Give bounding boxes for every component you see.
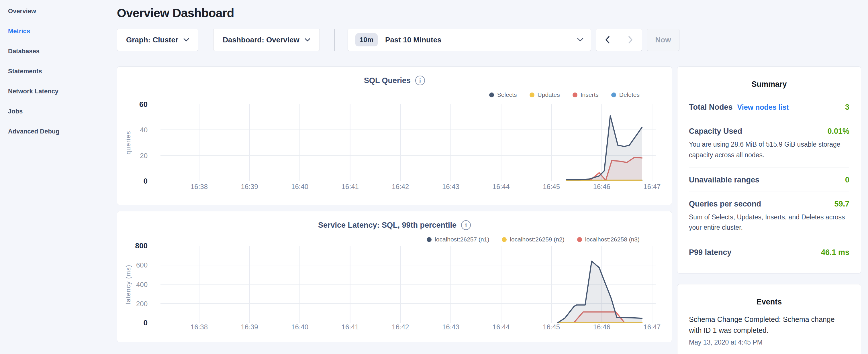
chart-title-row: SQL Queries i [117, 75, 672, 86]
y-axis-title: queries [125, 131, 132, 155]
summary-label: P99 latency [689, 248, 732, 257]
chevron-down-icon [305, 38, 310, 42]
sidebar-item-jobs[interactable]: Jobs [8, 101, 117, 122]
chevron-right-icon [628, 36, 633, 44]
chart-title: SQL Queries [364, 76, 411, 85]
x-tick-label: 16:45 [543, 183, 560, 190]
sidebar-item-statements[interactable]: Statements [8, 61, 117, 81]
y-tick-label: 200 [136, 300, 148, 308]
summary-value: 59.7 [834, 200, 849, 208]
legend-label: localhost:26258 (n3) [585, 236, 640, 243]
x-tick-label: 16:47 [643, 323, 660, 331]
y-tick-label: 40 [140, 126, 148, 134]
divider [334, 29, 335, 51]
x-tick-label: 16:45 [543, 323, 560, 331]
chart-title: Service Latency: SQL, 99th percentile [318, 221, 457, 230]
x-tick-label: 16:46 [593, 183, 610, 190]
legend-item[interactable]: Inserts [572, 91, 599, 98]
sidebar-nav: OverviewMetricsDatabasesStatementsNetwor… [8, 1, 117, 141]
page-title: Overview Dashboard [117, 6, 861, 20]
x-tick-label: 16:41 [342, 183, 359, 190]
legend-label: Updates [537, 91, 560, 98]
y-tick-label: 20 [140, 152, 148, 160]
event-item[interactable]: Schema Change Completed: Schema change w… [689, 314, 849, 346]
events-list: Schema Change Completed: Schema change w… [689, 314, 849, 346]
summary-label: Capacity Used [689, 127, 742, 136]
dashboard-dropdown[interactable]: Dashboard: Overview [213, 29, 320, 51]
dashboard-dropdown-label: Dashboard: Overview [223, 35, 299, 44]
chevron-down-icon [183, 38, 189, 42]
legend-item[interactable]: localhost:26257 (n1) [427, 236, 489, 243]
main-content: Overview Dashboard Graph: Cluster Dashbo… [117, 0, 868, 354]
legend-dot-icon [502, 237, 507, 242]
event-message: Schema Change Completed: Schema change w… [689, 314, 849, 336]
events-title: Events [689, 284, 849, 307]
info-icon[interactable]: i [415, 75, 425, 85]
x-tick-label: 16:39 [241, 183, 258, 190]
x-tick-label: 16:47 [643, 183, 660, 190]
y-tick-label: 0 [144, 177, 148, 185]
legend-dot-icon [427, 237, 432, 242]
time-window-badge: 10m [355, 33, 378, 46]
y-axis-title: latency (ms) [125, 265, 132, 304]
summary-row: Capacity Used0.01%You are using 28.6 MiB… [689, 119, 849, 168]
y-tick-label: 60 [139, 100, 148, 108]
chart-legend: SelectsUpdatesInsertsDeletes [489, 91, 640, 98]
sidebar-item-metrics[interactable]: Metrics [8, 21, 117, 41]
summary-value: 0 [845, 175, 849, 185]
summary-panel: Summary Total NodesView nodes list3Capac… [677, 66, 861, 273]
legend-label: localhost:26259 (n2) [510, 236, 564, 243]
summary-label: Queries per second [689, 200, 761, 208]
service-latency-chart: 16:3816:3916:4016:4116:4216:4316:4416:45… [117, 212, 672, 342]
sidebar-item-advanced-debug[interactable]: Advanced Debug [8, 122, 117, 141]
summary-label: Total Nodes [689, 103, 733, 112]
chart-card-sql-queries: SQL Queries i SelectsUpdatesInsertsDelet… [117, 66, 672, 205]
summary-description: You are using 28.6 MiB of 515.9 GiB usab… [689, 139, 849, 160]
legend-label: Deletes [619, 91, 640, 98]
content-row: SQL Queries i SelectsUpdatesInsertsDelet… [117, 66, 861, 354]
events-panel: Events Schema Change Completed: Schema c… [677, 284, 861, 354]
legend-label: Inserts [581, 91, 599, 98]
legend-item[interactable]: Selects [489, 91, 517, 98]
event-timestamp: May 13, 2020 at 4:45 PM [689, 339, 849, 346]
x-tick-label: 16:42 [392, 323, 409, 331]
summary-row: Total NodesView nodes list3 [689, 95, 849, 119]
summary-label: Unavailable ranges [689, 175, 760, 185]
sidebar-item-databases[interactable]: Databases [8, 41, 117, 61]
time-step-buttons [596, 29, 642, 51]
chevron-left-icon [605, 36, 610, 44]
legend-item[interactable]: localhost:26259 (n2) [502, 236, 564, 243]
y-tick-label: 400 [136, 281, 148, 288]
time-back-button[interactable] [596, 29, 619, 51]
now-button[interactable]: Now [647, 29, 679, 51]
x-tick-label: 16:41 [342, 323, 359, 331]
legend-dot-icon [489, 93, 494, 97]
y-tick-label: 0 [144, 319, 148, 327]
chart-title-row: Service Latency: SQL, 99th percentile i [117, 219, 672, 231]
sql-queries-chart: 16:3816:3916:4016:4116:4216:4316:4416:45… [117, 67, 672, 205]
graph-dropdown[interactable]: Graph: Cluster [117, 29, 198, 51]
summary-value: 0.01% [827, 127, 849, 136]
summary-row: P99 latency46.1 ms [689, 240, 849, 264]
summary-value: 46.1 ms [821, 248, 849, 257]
x-tick-label: 16:43 [442, 183, 459, 190]
summary-title: Summary [689, 67, 849, 89]
sidebar-item-network-latency[interactable]: Network Latency [8, 81, 117, 101]
summary-rows: Total NodesView nodes list3Capacity Used… [689, 95, 849, 264]
y-tick-label: 800 [135, 242, 148, 250]
sidebar-item-overview[interactable]: Overview [8, 1, 117, 21]
legend-item[interactable]: Deletes [611, 91, 640, 98]
legend-item[interactable]: Updates [530, 91, 560, 98]
summary-row: Unavailable ranges0 [689, 168, 849, 192]
x-tick-label: 16:40 [291, 183, 308, 190]
x-tick-label: 16:38 [191, 323, 208, 331]
view-nodes-list-link[interactable]: View nodes list [737, 103, 789, 111]
app-root: OverviewMetricsDatabasesStatementsNetwor… [0, 0, 868, 354]
legend-item[interactable]: localhost:26258 (n3) [577, 236, 640, 243]
info-icon[interactable]: i [461, 220, 471, 230]
legend-dot-icon [577, 237, 582, 242]
time-window-picker[interactable]: 10m Past 10 Minutes [348, 29, 591, 51]
legend-label: Selects [497, 91, 517, 98]
time-forward-button[interactable] [619, 29, 642, 51]
charts-column: SQL Queries i SelectsUpdatesInsertsDelet… [117, 66, 672, 354]
